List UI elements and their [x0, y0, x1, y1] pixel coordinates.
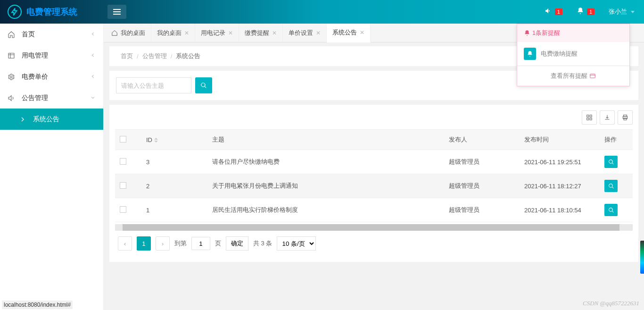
- page-1-button[interactable]: 1: [137, 236, 151, 251]
- sidebar: 首页 用电管理 电费单价 公告管理 系统公告: [0, 24, 104, 310]
- chevron-down-icon: [631, 11, 635, 13]
- user-menu[interactable]: 张小兰: [609, 8, 635, 16]
- cell-publisher: 超级管理员: [444, 198, 520, 222]
- chevron-left-icon: [90, 52, 96, 59]
- notification-popover: 1条新提醒 电费缴纳提醒 查看所有提醒: [517, 24, 630, 86]
- bell-notification[interactable]: 1: [577, 7, 594, 17]
- tab-我的桌面[interactable]: 我的桌面✕: [151, 24, 195, 42]
- table-row[interactable]: 1居民生活用电实行阶梯价格制度超级管理员2021-06-11 18:10:54: [115, 198, 633, 222]
- svg-rect-9: [590, 74, 595, 78]
- svg-rect-0: [8, 53, 14, 58]
- cell-subject: 关于用电紧张月份电费上调通知: [207, 174, 444, 198]
- svg-rect-4: [587, 118, 589, 120]
- sound-notification[interactable]: 1: [545, 7, 562, 17]
- search-input[interactable]: [116, 77, 191, 93]
- crumb-section[interactable]: 公告管理: [142, 52, 167, 60]
- cell-time: 2021-06-11 18:10:54: [520, 198, 600, 222]
- sidebar-item-announce[interactable]: 公告管理: [0, 87, 103, 109]
- cell-id: 3: [141, 150, 207, 174]
- cell-time: 2021-06-11 19:25:51: [520, 150, 600, 174]
- table-row[interactable]: 2关于用电紧张月份电费上调通知超级管理员2021-06-11 18:12:27: [115, 174, 633, 198]
- sidebar-item-system-notice[interactable]: 系统公告: [0, 109, 103, 130]
- view-button[interactable]: [604, 156, 618, 168]
- page-unit: 页: [215, 239, 221, 248]
- color-bar-icon: [640, 241, 644, 274]
- goto-label: 到第: [174, 239, 187, 248]
- tab-用电记录[interactable]: 用电记录✕: [195, 24, 239, 42]
- svg-rect-5: [590, 118, 592, 120]
- tab-label: 单价设置: [289, 29, 313, 37]
- horizontal-scrollbar[interactable]: [115, 224, 633, 231]
- close-icon[interactable]: ✕: [360, 29, 364, 36]
- popover-title: 1条新提醒: [532, 29, 560, 37]
- tab-我的桌面[interactable]: 我的桌面: [104, 24, 151, 42]
- bell-badge: 1: [587, 8, 594, 15]
- gear-icon: [8, 73, 16, 81]
- row-checkbox[interactable]: [120, 206, 126, 213]
- goto-input[interactable]: [191, 237, 210, 250]
- row-checkbox[interactable]: [120, 182, 126, 189]
- popover-item-text: 电费缴纳提醒: [541, 50, 578, 58]
- view-button[interactable]: [604, 180, 618, 192]
- cell-publisher: 超级管理员: [444, 150, 520, 174]
- prev-page-button[interactable]: ‹: [118, 236, 132, 251]
- cell-id: 1: [141, 198, 207, 222]
- table-toolbar: [115, 110, 633, 125]
- sidebar-item-home[interactable]: 首页: [0, 24, 103, 45]
- cell-subject: 居民生活用电实行阶梯价格制度: [207, 198, 444, 222]
- speaker-icon: [8, 94, 16, 102]
- chevron-right-icon: [19, 116, 27, 123]
- popover-item[interactable]: 电费缴纳提醒: [517, 42, 629, 66]
- close-icon[interactable]: ✕: [228, 30, 233, 36]
- bell-icon: [577, 7, 584, 17]
- svg-point-1: [10, 76, 12, 78]
- col-time: 发布时间: [524, 136, 549, 143]
- tab-label: 我的桌面: [121, 29, 145, 37]
- bolt-icon: [8, 5, 22, 19]
- close-icon[interactable]: ✕: [272, 30, 277, 36]
- columns-button[interactable]: [582, 110, 597, 125]
- col-publisher: 发布人: [449, 136, 467, 143]
- svg-rect-3: [590, 115, 592, 117]
- cell-id: 2: [141, 174, 207, 198]
- search-button[interactable]: [195, 77, 212, 93]
- speaker-icon: [545, 7, 552, 17]
- data-table: ID 主题 发布人 发布时间 操作 3请各位用户尽快缴纳电费超级管理员2021-…: [115, 129, 633, 222]
- tab-单价设置[interactable]: 单价设置✕: [283, 24, 327, 42]
- cell-time: 2021-06-11 18:12:27: [520, 174, 600, 198]
- cell-subject: 请各位用户尽快缴纳电费: [207, 150, 444, 174]
- chevron-left-icon: [90, 31, 96, 38]
- tab-缴费提醒[interactable]: 缴费提醒✕: [239, 24, 283, 42]
- chevron-down-icon: [90, 94, 96, 102]
- print-button[interactable]: [618, 110, 633, 125]
- sidebar-item-label: 系统公告: [33, 115, 59, 124]
- sidebar-toggle-button[interactable]: [107, 5, 126, 19]
- tab-系统公告[interactable]: 系统公告✕: [327, 24, 371, 42]
- table-row[interactable]: 3请各位用户尽快缴纳电费超级管理员2021-06-11 19:25:51: [115, 150, 633, 174]
- select-all-checkbox[interactable]: [120, 136, 126, 142]
- close-icon[interactable]: ✕: [316, 30, 321, 36]
- logo: 电费管理系统: [0, 5, 104, 19]
- row-checkbox[interactable]: [120, 158, 126, 165]
- cell-publisher: 超级管理员: [444, 174, 520, 198]
- crumb-home[interactable]: 首页: [121, 52, 133, 60]
- popover-view-all[interactable]: 查看所有提醒: [517, 66, 629, 86]
- per-page-select[interactable]: 10 条/页: [277, 236, 316, 251]
- export-button[interactable]: [600, 110, 615, 125]
- close-icon[interactable]: ✕: [184, 30, 189, 36]
- col-id[interactable]: ID: [146, 136, 152, 143]
- goto-confirm-button[interactable]: 确定: [226, 236, 248, 251]
- sidebar-item-usage[interactable]: 用电管理: [0, 45, 103, 66]
- sidebar-item-price[interactable]: 电费单价: [0, 66, 103, 87]
- watermark: CSDN @qq857222631: [583, 300, 639, 307]
- sidebar-item-label: 公告管理: [22, 94, 48, 102]
- col-op: 操作: [604, 136, 617, 143]
- app-header: 电费管理系统 1 1 张小兰: [0, 0, 644, 24]
- view-button[interactable]: [604, 204, 618, 216]
- chevron-left-icon: [90, 73, 96, 81]
- app-title: 电费管理系统: [26, 6, 77, 17]
- browser-statusbar: localhost:8080/index.html#: [2, 301, 73, 309]
- sort-icon[interactable]: [154, 138, 158, 142]
- next-page-button[interactable]: ›: [156, 236, 170, 251]
- bell-icon: [524, 48, 536, 60]
